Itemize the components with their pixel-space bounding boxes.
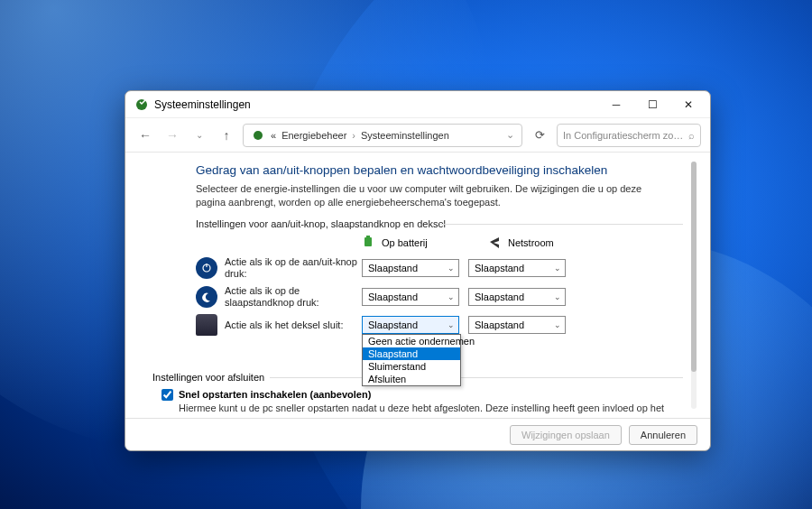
- annotation-arrow: [705, 365, 710, 383]
- dropdown-lid-plugged[interactable]: Slaapstand⌄: [468, 316, 566, 334]
- up-button[interactable]: ↑: [216, 125, 237, 146]
- dropdown-power-battery[interactable]: Slaapstand⌄: [362, 259, 459, 277]
- row-lid-close: Actie als ik het deksel sluit: Slaapstan…: [196, 314, 674, 336]
- column-plugged: Netstroom: [488, 235, 593, 251]
- scrollbar[interactable]: [691, 162, 697, 409]
- dropdown-option[interactable]: Slaapstand: [363, 347, 460, 360]
- dropdown-power-plugged[interactable]: Slaapstand⌄: [468, 259, 566, 277]
- page-description: Selecteer de energie-instellingen die u …: [196, 182, 674, 209]
- breadcrumb-separator: ›: [352, 130, 355, 141]
- recent-button[interactable]: ⌄: [189, 125, 210, 146]
- breadcrumb-item[interactable]: Systeeminstellingen: [361, 130, 449, 141]
- address-bar[interactable]: « Energiebeheer › Systeeminstellingen ⌄: [243, 124, 522, 147]
- column-battery: Op batterij: [362, 235, 466, 251]
- dropdown-lid-battery[interactable]: Slaapstand⌄ Geen actie ondernemen Slaaps…: [362, 316, 459, 334]
- cancel-button[interactable]: Annuleren: [629, 425, 697, 445]
- system-settings-window: Systeeminstellingen ─ ☐ ✕ ← → ⌄ ↑ « Ener…: [125, 90, 711, 451]
- dropdown-sleep-plugged[interactable]: Slaapstand⌄: [468, 288, 566, 306]
- page-heading: Gedrag van aan/uit-knoppen bepalen en wa…: [196, 163, 674, 177]
- svg-rect-3: [366, 236, 370, 237]
- search-placeholder: In Configuratiescherm zoek...: [563, 130, 688, 141]
- breadcrumb-item[interactable]: Energiebeheer: [281, 130, 346, 141]
- close-button[interactable]: ✕: [670, 92, 706, 117]
- laptop-lid-icon: [196, 314, 217, 336]
- chevron-down-icon: ⌄: [554, 320, 561, 329]
- window-title: Systeeminstellingen: [154, 98, 598, 111]
- row-label: Actie als ik op de aan/uit-knop druk:: [225, 256, 362, 280]
- chevron-down-icon: ⌄: [554, 292, 561, 301]
- dropdown-option[interactable]: Sluimerstand: [363, 360, 460, 373]
- checkbox-fast-startup: Snel opstarten inschakelen (aanbevolen) …: [161, 388, 674, 418]
- row-sleep-button: Actie als ik op de slaapstandknop druk: …: [196, 285, 674, 309]
- breadcrumb-guillemet: «: [271, 130, 276, 141]
- svg-rect-2: [364, 237, 372, 246]
- nav-toolbar: ← → ⌄ ↑ « Energiebeheer › Systeeminstell…: [125, 118, 710, 153]
- power-options-icon: [134, 97, 149, 112]
- scrollbar-thumb[interactable]: [691, 162, 697, 372]
- dropdown-menu: Geen actie ondernemen Slaapstand Sluimer…: [362, 334, 461, 386]
- search-input[interactable]: In Configuratiescherm zoek... ⌕: [557, 124, 701, 147]
- chevron-down-icon: ⌄: [554, 264, 561, 273]
- save-button[interactable]: Wijzigingen opslaan: [510, 425, 622, 445]
- row-power-button: Actie als ik op de aan/uit-knop druk: Sl…: [196, 256, 674, 280]
- dropdown-sleep-battery[interactable]: Slaapstand⌄: [362, 288, 459, 306]
- column-headers: Op batterij Netstroom: [362, 235, 674, 251]
- chevron-down-icon[interactable]: ⌄: [506, 129, 514, 141]
- checkbox-title: Snel opstarten inschakelen (aanbevolen): [179, 389, 371, 400]
- power-options-icon: [251, 128, 265, 143]
- svg-point-1: [254, 131, 263, 140]
- battery-icon: [362, 235, 376, 251]
- chevron-down-icon: ⌄: [448, 320, 455, 329]
- row-label: Actie als ik het deksel sluit:: [225, 319, 362, 331]
- moon-icon: [196, 286, 217, 308]
- chevron-down-icon: ⌄: [448, 292, 455, 301]
- maximize-button[interactable]: ☐: [634, 92, 670, 117]
- titlebar: Systeeminstellingen ─ ☐ ✕: [125, 91, 710, 118]
- footer: Wijzigingen opslaan Annuleren: [125, 418, 710, 450]
- dropdown-option[interactable]: Afsluiten: [363, 373, 460, 385]
- more-info-link[interactable]: Meer informatie: [405, 416, 474, 418]
- search-icon: ⌕: [688, 130, 695, 141]
- fieldset-buttons-label: Instellingen voor aan/uit-knop, slaapsta…: [196, 218, 674, 229]
- checkbox-input[interactable]: [161, 389, 173, 401]
- minimize-button[interactable]: ─: [598, 92, 634, 117]
- power-icon: [196, 257, 217, 279]
- chevron-down-icon: ⌄: [448, 264, 455, 273]
- refresh-button[interactable]: ⟳: [528, 124, 551, 147]
- back-button[interactable]: ←: [134, 125, 156, 146]
- row-label: Actie als ik op de slaapstandknop druk:: [225, 285, 362, 309]
- content-area: Gedrag van aan/uit-knoppen bepalen en wa…: [125, 153, 710, 418]
- plug-icon: [488, 235, 503, 251]
- forward-button[interactable]: →: [161, 125, 183, 146]
- dropdown-option[interactable]: Geen actie ondernemen: [363, 335, 460, 347]
